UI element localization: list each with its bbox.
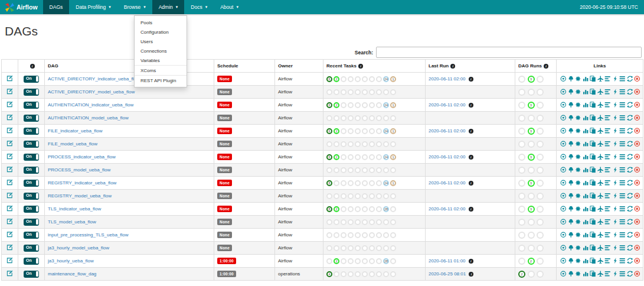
tree-view-icon[interactable] — [568, 193, 574, 199]
task-state-circle-success[interactable] — [326, 115, 332, 121]
dag-link[interactable]: ja3_hourly_model_ueba_flow — [48, 245, 109, 251]
dag-pause-toggle[interactable]: On — [24, 76, 39, 83]
graph-view-icon[interactable] — [575, 245, 581, 251]
nav-item-data-profiling[interactable]: Data Profiling — [69, 0, 117, 14]
trigger-dag-icon[interactable] — [560, 232, 567, 238]
task-state-circle-queued[interactable] — [376, 219, 382, 225]
tree-view-icon[interactable] — [568, 180, 574, 186]
landing-times-icon[interactable] — [597, 258, 604, 264]
dag-pause-toggle[interactable]: On — [24, 245, 39, 252]
tree-view-icon[interactable] — [568, 141, 574, 147]
dag-pause-toggle[interactable]: On — [24, 154, 39, 161]
code-view-icon[interactable] — [612, 271, 619, 277]
task-state-circle-none[interactable] — [383, 167, 389, 173]
task-state-circle-queued[interactable] — [376, 180, 382, 186]
dag-link[interactable]: FILE_model_ueba_flow — [48, 141, 97, 147]
landing-times-icon[interactable] — [597, 128, 604, 134]
dag-run-circle-running[interactable]: 3 — [528, 128, 535, 135]
landing-times-icon[interactable] — [597, 141, 604, 147]
task-state-circle-up_for_retry[interactable] — [362, 102, 368, 108]
task-tries-icon[interactable] — [590, 232, 596, 238]
task-state-circle-skipped[interactable] — [355, 232, 361, 238]
nav-item-docs[interactable]: Docs — [184, 0, 214, 14]
dag-pause-toggle[interactable]: On — [24, 141, 39, 148]
graph-view-icon[interactable] — [575, 206, 581, 212]
task-state-circle-queued[interactable] — [376, 206, 382, 212]
task-state-circle-up_for_reschedule[interactable] — [369, 154, 375, 160]
code-view-icon[interactable] — [612, 128, 619, 134]
graph-view-icon[interactable] — [575, 167, 581, 173]
task-state-circle-failed[interactable] — [341, 245, 346, 251]
gantt-view-icon[interactable] — [604, 128, 611, 134]
dag-run-circle-failed[interactable] — [537, 258, 544, 265]
task-state-circle-running[interactable]: 2 — [334, 128, 339, 134]
task-state-circle-running[interactable] — [334, 141, 339, 147]
task-duration-icon[interactable] — [583, 258, 589, 264]
code-view-icon[interactable] — [612, 102, 619, 108]
dag-link[interactable]: REGISTRY_model_ueba_flow — [48, 193, 112, 199]
dag-run-circle-success[interactable] — [518, 167, 525, 174]
task-state-circle-scheduled[interactable] — [390, 141, 396, 147]
task-tries-icon[interactable] — [590, 141, 596, 147]
task-tries-icon[interactable] — [590, 102, 596, 108]
graph-view-icon[interactable] — [575, 115, 581, 121]
edit-dag-icon[interactable] — [6, 205, 13, 212]
landing-times-icon[interactable] — [597, 219, 604, 225]
tree-view-icon[interactable] — [568, 154, 574, 160]
task-state-circle-upstream_failed[interactable] — [348, 167, 354, 173]
task-state-circle-queued[interactable] — [376, 232, 382, 238]
task-state-circle-success[interactable] — [326, 232, 332, 238]
task-state-circle-upstream_failed[interactable] — [348, 206, 354, 212]
task-duration-icon[interactable] — [583, 76, 589, 82]
landing-times-icon[interactable] — [597, 206, 604, 212]
task-tries-icon[interactable] — [590, 258, 596, 264]
dag-run-circle-success[interactable] — [518, 219, 525, 226]
delete-dag-icon[interactable] — [634, 271, 640, 277]
tree-view-icon[interactable] — [568, 76, 574, 82]
edit-dag-icon[interactable] — [6, 192, 13, 199]
task-state-circle-failed[interactable] — [341, 89, 346, 95]
task-state-circle-success[interactable] — [326, 89, 332, 95]
task-state-circle-failed[interactable] — [341, 102, 346, 108]
task-state-circle-scheduled[interactable] — [390, 89, 396, 95]
task-state-circle-skipped[interactable] — [355, 154, 361, 160]
gantt-view-icon[interactable] — [604, 271, 611, 277]
tree-view-icon[interactable] — [568, 115, 574, 121]
edit-dag-icon[interactable] — [6, 257, 13, 264]
search-input[interactable] — [376, 47, 642, 58]
refresh-icon[interactable] — [627, 193, 633, 199]
landing-times-icon[interactable] — [597, 154, 604, 160]
task-state-circle-scheduled[interactable] — [390, 219, 396, 225]
task-state-circle-up_for_reschedule[interactable] — [369, 271, 375, 277]
code-view-icon[interactable] — [612, 167, 619, 173]
gantt-view-icon[interactable] — [604, 141, 611, 147]
task-state-circle-up_for_reschedule[interactable] — [369, 141, 375, 147]
dag-run-circle-running[interactable]: 3 — [528, 180, 535, 187]
delete-dag-icon[interactable] — [634, 219, 640, 225]
task-state-circle-failed[interactable] — [341, 167, 346, 173]
task-duration-icon[interactable] — [583, 89, 589, 95]
edit-dag-icon[interactable] — [6, 231, 13, 238]
airflow-brand[interactable]: Airflow — [0, 0, 43, 14]
task-state-circle-none[interactable]: 24 — [383, 76, 389, 82]
delete-dag-icon[interactable] — [634, 89, 640, 95]
task-state-circle-up_for_reschedule[interactable] — [369, 180, 375, 186]
nav-item-admin[interactable]: Admin — [152, 0, 185, 14]
task-state-circle-queued[interactable] — [376, 154, 382, 160]
dag-run-circle-failed[interactable] — [537, 206, 544, 213]
graph-view-icon[interactable] — [575, 271, 581, 277]
code-view-icon[interactable] — [612, 89, 619, 95]
task-tries-icon[interactable] — [590, 115, 596, 121]
dag-run-circle-success[interactable] — [518, 141, 525, 148]
landing-times-icon[interactable] — [597, 76, 604, 82]
task-duration-icon[interactable] — [583, 102, 589, 108]
task-state-circle-none[interactable]: 24 — [383, 102, 389, 108]
task-state-circle-queued[interactable] — [376, 271, 382, 277]
task-state-circle-skipped[interactable] — [355, 76, 361, 82]
last-run-link[interactable]: 2020-06-11 02:00 — [429, 128, 466, 134]
task-state-circle-scheduled[interactable] — [390, 258, 396, 264]
task-state-circle-none[interactable]: 28 — [383, 206, 389, 212]
task-state-circle-upstream_failed[interactable] — [348, 245, 354, 251]
dag-link[interactable]: ACTIVE_DIRECTORY_indicator_ueba_flow — [48, 76, 140, 82]
delete-dag-icon[interactable] — [634, 76, 640, 82]
